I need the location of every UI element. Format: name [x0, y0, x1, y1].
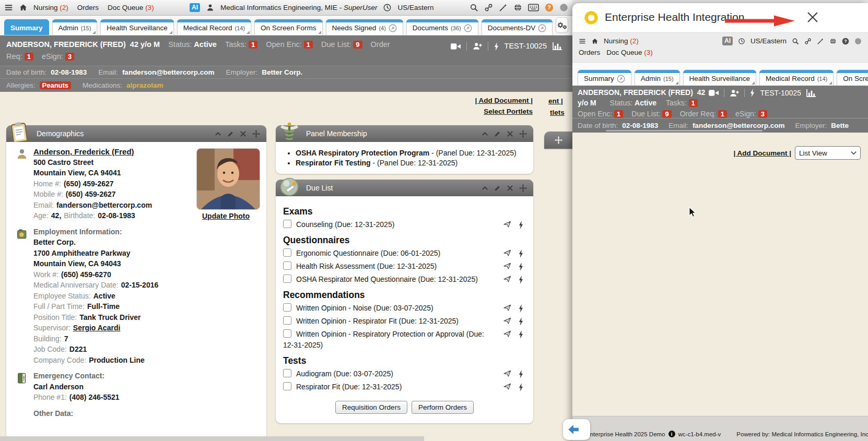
perform-orders-button[interactable]: Perform Orders	[412, 401, 474, 414]
panel-collapse-button[interactable]	[563, 419, 590, 440]
edit-pencil-icon[interactable]	[227, 130, 234, 137]
due-item-checkbox[interactable]	[283, 369, 291, 377]
lightning-icon[interactable]	[518, 262, 524, 271]
nav-item-nursing[interactable]: Nursing (2)	[604, 37, 639, 45]
globe-icon[interactable]	[513, 3, 522, 12]
wand-icon[interactable]	[817, 38, 824, 45]
move-cross-icon[interactable]	[519, 130, 527, 138]
home-icon[interactable]	[591, 38, 599, 45]
due-item-checkbox[interactable]	[283, 275, 291, 283]
lightning-icon[interactable]	[518, 370, 524, 379]
lightning-icon[interactable]	[518, 220, 524, 230]
nav-item-orders[interactable]: Orders	[77, 4, 99, 11]
tab-settings-button[interactable]	[556, 17, 568, 33]
tab-admin[interactable]: Admin(15)	[635, 70, 680, 86]
lightning-icon[interactable]	[494, 42, 499, 51]
tab-health-surveillance[interactable]: Health Surveillance	[100, 19, 173, 35]
search-icon[interactable]	[792, 38, 799, 45]
close-x-icon[interactable]	[240, 130, 247, 137]
person-add-icon[interactable]	[729, 89, 740, 98]
external-arrow-icon[interactable]	[617, 75, 625, 83]
edit-pencil-icon[interactable]	[494, 130, 501, 137]
lightning-icon[interactable]	[749, 88, 755, 98]
video-camera-icon[interactable]	[450, 42, 461, 51]
paper-plane-icon[interactable]	[503, 330, 511, 339]
lightning-icon[interactable]	[518, 249, 524, 258]
move-cross-icon[interactable]	[555, 136, 562, 144]
due-item-checkbox[interactable]	[283, 329, 291, 338]
field-value-link[interactable]: Sergio Acardi	[73, 324, 121, 332]
tab-on-scre[interactable]: On Scre	[837, 70, 868, 86]
panel-membership-portlet-header[interactable]: Panel Membership	[276, 125, 533, 142]
nav-item-doc-queue[interactable]: Doc Queue (3)	[108, 4, 154, 11]
demographics-portlet-header[interactable]: Demographics	[6, 125, 266, 142]
medication-value[interactable]: alprazolam	[126, 81, 163, 89]
wand-icon[interactable]	[499, 3, 508, 12]
paper-plane-icon[interactable]	[503, 383, 511, 392]
menu-icon[interactable]	[4, 3, 13, 12]
due-item-checkbox[interactable]	[283, 316, 291, 325]
ai-badge[interactable]: AI	[722, 37, 733, 45]
bar-chart-icon[interactable]	[552, 42, 563, 51]
move-cross-icon[interactable]	[519, 184, 527, 192]
tab-needs-signed[interactable]: Needs Signed(4)	[326, 19, 403, 35]
clipped-add-document-link[interactable]: ent |	[548, 97, 563, 105]
paper-plane-icon[interactable]	[503, 317, 511, 326]
paper-plane-icon[interactable]	[503, 275, 511, 284]
allergy-badge[interactable]: Peanuts	[40, 81, 72, 89]
help-icon[interactable]: ?	[842, 38, 849, 45]
horizontal-scroll-indicator[interactable]	[606, 130, 763, 132]
tab-health-surveillance[interactable]: Health Surveillance	[683, 70, 756, 86]
lightning-icon[interactable]	[518, 304, 524, 313]
view-select[interactable]: List View	[795, 146, 861, 160]
due-item-checkbox[interactable]	[283, 261, 291, 270]
tab-on-screen-forms[interactable]: On Screen Forms	[254, 19, 323, 35]
lightning-icon[interactable]	[518, 275, 524, 284]
link-icon[interactable]	[804, 38, 812, 45]
nav-item-doc-queue[interactable]: Doc Queue (3)	[606, 49, 653, 56]
add-document-link[interactable]: | Add Document |	[733, 149, 791, 157]
paper-plane-icon[interactable]	[503, 370, 511, 379]
requisition-orders-button[interactable]: Requisition Orders	[335, 401, 407, 414]
due-item-checkbox[interactable]	[283, 248, 291, 257]
ai-badge[interactable]: AI	[190, 3, 200, 12]
search-icon[interactable]	[470, 3, 478, 12]
lightning-icon[interactable]	[518, 383, 524, 392]
tab-documents-dv[interactable]: Documents-DV	[482, 19, 553, 35]
lightning-icon[interactable]	[518, 317, 524, 326]
paper-plane-icon[interactable]	[503, 304, 511, 313]
due-item-checkbox[interactable]	[283, 220, 291, 228]
horizontal-scrollbar[interactable]	[0, 436, 424, 441]
nav-item-nursing[interactable]: Nursing (2)	[33, 4, 68, 11]
timezone-label[interactable]: US/Eastern	[397, 4, 433, 11]
person-add-icon[interactable]	[472, 42, 483, 51]
tab-summary[interactable]: Summary	[4, 19, 49, 35]
collapse-chevron-icon[interactable]	[482, 130, 488, 137]
tab-admin[interactable]: Admin(15)	[52, 19, 98, 35]
external-arrow-icon[interactable]	[389, 24, 397, 32]
bar-chart-icon[interactable]	[806, 89, 817, 98]
edit-pencil-icon[interactable]	[494, 185, 501, 192]
collapse-chevron-icon[interactable]	[482, 185, 488, 192]
info-icon[interactable]: i	[668, 431, 675, 437]
tab-medical-record[interactable]: Medical Record(14)	[759, 70, 834, 86]
patient-name-link[interactable]: Anderson, Frederick (Fred)	[33, 147, 134, 156]
link-icon[interactable]	[484, 3, 493, 12]
tab-medical-record[interactable]: Medical Record(14)	[177, 19, 251, 35]
video-camera-icon[interactable]	[708, 89, 719, 97]
external-arrow-icon[interactable]	[538, 24, 546, 32]
menu-icon[interactable]	[579, 38, 586, 45]
tab-documents[interactable]: Documents(36)	[406, 19, 478, 35]
close-x-icon[interactable]	[507, 130, 513, 137]
collapse-chevron-icon[interactable]	[215, 130, 221, 137]
clipped-select-portlets-link[interactable]: tlets	[550, 109, 565, 116]
close-icon[interactable]	[806, 11, 819, 23]
paper-plane-icon[interactable]	[503, 249, 511, 258]
move-cross-icon[interactable]	[252, 130, 260, 138]
timezone-label[interactable]: US/Eastern	[750, 37, 787, 45]
nav-item-orders[interactable]: Orders	[579, 49, 600, 56]
add-document-link[interactable]: | Add Document |	[475, 97, 533, 104]
lightning-icon[interactable]	[518, 330, 524, 339]
home-icon[interactable]	[19, 3, 28, 12]
help-icon[interactable]: ?	[545, 3, 554, 12]
